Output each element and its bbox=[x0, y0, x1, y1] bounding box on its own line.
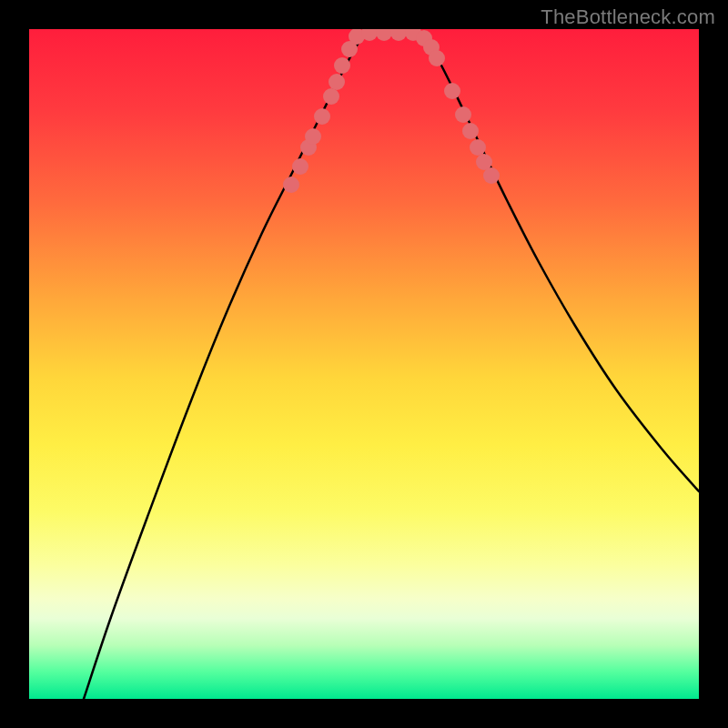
data-dot bbox=[376, 29, 392, 41]
gradient-background bbox=[29, 29, 699, 699]
data-dot bbox=[470, 139, 486, 156]
chart-svg bbox=[29, 29, 699, 699]
data-dot bbox=[314, 108, 330, 125]
chart-frame: TheBottleneck.com bbox=[0, 0, 728, 728]
data-dot bbox=[455, 106, 471, 123]
data-dot bbox=[483, 167, 500, 184]
curve-line bbox=[84, 33, 699, 699]
data-dot bbox=[334, 57, 350, 74]
data-dot bbox=[390, 29, 407, 41]
data-dot bbox=[323, 88, 339, 105]
data-dot bbox=[444, 83, 460, 99]
data-dot bbox=[292, 158, 308, 175]
data-dot bbox=[305, 128, 321, 145]
data-dot bbox=[329, 74, 345, 90]
data-dot bbox=[429, 50, 445, 66]
data-dot bbox=[462, 123, 479, 139]
watermark-text: TheBottleneck.com bbox=[541, 5, 715, 29]
data-dot bbox=[283, 177, 299, 193]
